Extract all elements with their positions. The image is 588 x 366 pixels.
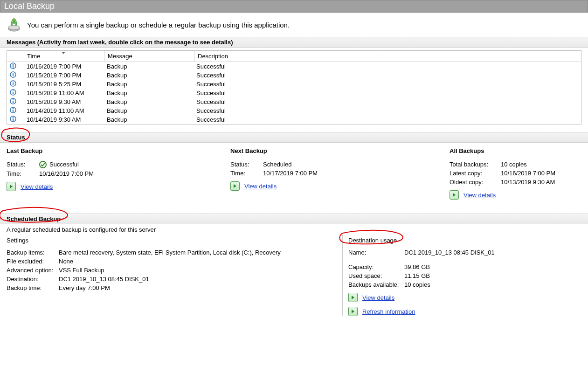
last-status-label: Status: (7, 161, 39, 168)
svg-rect-15 (13, 101, 14, 103)
column-time[interactable]: Time (24, 51, 105, 62)
backup-items-value: Bare metal recovery, System state, EFI S… (59, 249, 281, 256)
next-backup-panel: Next Backup Status:Scheduled Time:10/17/… (230, 147, 450, 200)
status-columns: Last Backup Status: Successful Time:10/1… (0, 143, 588, 214)
total-label: Total backups: (450, 161, 501, 168)
advanced-option-value: VSS Full Backup (59, 267, 104, 274)
backup-items-label: Backup items: (7, 249, 59, 256)
next-status-value: Scheduled (263, 161, 291, 168)
svg-rect-13 (13, 90, 14, 91)
table-row[interactable]: 10/15/2019 11:00 AMBackupSuccessful (7, 89, 581, 97)
row-description: Successful (194, 116, 376, 124)
svg-rect-6 (13, 74, 14, 76)
column-description[interactable]: Description (195, 51, 378, 62)
arrow-right-icon[interactable] (348, 307, 358, 316)
destination-label: Destination: (7, 276, 59, 283)
column-icon[interactable] (7, 51, 24, 62)
intro-text: You can perform a single backup or sched… (27, 21, 290, 29)
advanced-option-label: Advanced option: (7, 267, 59, 274)
info-icon (10, 89, 16, 96)
next-backup-title: Next Backup (230, 147, 450, 154)
destination-usage-panel: Destination usage Name:DC1 2019_10_13 08… (343, 235, 581, 316)
svg-rect-7 (13, 73, 14, 74)
row-message: Backup (104, 107, 194, 115)
row-message: Backup (104, 80, 194, 88)
svg-rect-10 (13, 82, 14, 83)
status-section-header: Status (0, 132, 588, 143)
row-time: 10/14/2019 11:00 AM (24, 107, 104, 115)
next-view-details-link[interactable]: View details (244, 183, 277, 190)
info-icon (10, 80, 16, 87)
svg-rect-21 (13, 118, 14, 121)
all-view-details-link[interactable]: View details (463, 192, 496, 199)
settings-panel: Settings Backup items:Bare metal recover… (7, 235, 343, 316)
file-excluded-label: File excluded: (7, 258, 59, 265)
row-time: 10/15/2019 5:25 PM (24, 80, 104, 88)
row-time: 10/16/2019 7:00 PM (24, 62, 104, 70)
row-description: Successful (194, 71, 376, 79)
row-message: Backup (104, 62, 194, 70)
arrow-right-icon[interactable] (7, 182, 16, 191)
table-row[interactable]: 10/15/2019 7:00 PMBackupSuccessful (7, 71, 581, 80)
row-message: Backup (104, 71, 194, 79)
last-backup-panel: Last Backup Status: Successful Time:10/1… (7, 147, 230, 200)
backups-available-value: 10 copies (404, 281, 430, 288)
messages-grid: Time Message Description 10/16/2019 7:00… (7, 50, 581, 124)
scheduled-backup-header: Scheduled Backup (0, 214, 588, 224)
row-description: Successful (194, 89, 376, 97)
table-row[interactable]: 10/15/2019 9:30 AMBackupSuccessful (7, 97, 581, 106)
svg-rect-4 (13, 64, 14, 65)
messages-section-header: Messages (Activity from last week, doubl… (0, 37, 588, 48)
destination-value: DC1 2019_10_13 08:45 DISK_01 (59, 276, 149, 283)
table-row[interactable]: 10/16/2019 7:00 PMBackupSuccessful (7, 62, 581, 71)
oldest-label: Oldest copy: (450, 179, 501, 186)
capacity-value: 39.86 GB (404, 263, 430, 270)
next-status-label: Status: (230, 161, 263, 168)
grid-header[interactable]: Time Message Description (7, 51, 581, 62)
column-message[interactable]: Message (105, 51, 195, 62)
window-title: Local Backup (0, 0, 588, 13)
last-backup-title: Last Backup (7, 147, 230, 154)
info-icon (10, 98, 16, 104)
row-message: Backup (104, 116, 194, 124)
arrow-right-icon[interactable] (450, 190, 459, 200)
table-row[interactable]: 10/14/2019 11:00 AMBackupSuccessful (7, 106, 581, 115)
last-time-label: Time: (7, 170, 39, 177)
last-status-value: Successful (49, 161, 79, 168)
messages-panel: Time Message Description 10/16/2019 7:00… (0, 50, 588, 128)
info-icon (10, 116, 16, 122)
file-excluded-value: None (59, 258, 73, 265)
dest-name-value: DC1 2019_10_13 08:45 DISK_01 (404, 249, 495, 256)
refresh-information-link[interactable]: Refresh information (362, 308, 415, 315)
scheduled-columns: Settings Backup items:Bare metal recover… (0, 235, 588, 325)
row-message: Backup (104, 98, 194, 106)
oldest-value: 10/13/2019 9:30 AM (501, 179, 555, 186)
row-description: Successful (194, 98, 376, 106)
row-time: 10/14/2019 9:30 AM (24, 116, 104, 124)
backup-time-label: Backup time: (7, 284, 59, 291)
row-message: Backup (104, 89, 194, 97)
row-description: Successful (194, 80, 376, 88)
arrow-right-icon[interactable] (348, 293, 358, 302)
table-row[interactable]: 10/15/2019 5:25 PMBackupSuccessful (7, 80, 581, 89)
table-row[interactable]: 10/14/2019 9:30 AMBackupSuccessful (7, 115, 581, 124)
dest-view-details-link[interactable]: View details (362, 294, 394, 301)
last-view-details-link[interactable]: View details (21, 183, 53, 190)
all-backups-panel: All Backups Total backups:10 copies Late… (450, 147, 581, 200)
intro-row: You can perform a single backup or sched… (0, 13, 588, 37)
row-time: 10/15/2019 9:30 AM (24, 98, 104, 106)
capacity-label: Capacity: (348, 263, 404, 270)
row-description: Successful (194, 107, 376, 115)
settings-title: Settings (7, 237, 342, 245)
used-space-label: Used space: (348, 272, 404, 279)
info-icon (10, 71, 16, 78)
svg-rect-3 (13, 65, 14, 68)
dest-name-label: Name: (348, 249, 404, 256)
row-time: 10/15/2019 11:00 AM (24, 89, 104, 97)
all-backups-title: All Backups (450, 147, 581, 154)
svg-rect-19 (13, 108, 14, 109)
svg-rect-22 (13, 117, 14, 118)
row-description: Successful (194, 62, 376, 70)
arrow-right-icon[interactable] (230, 181, 240, 191)
svg-point-1 (8, 25, 20, 30)
